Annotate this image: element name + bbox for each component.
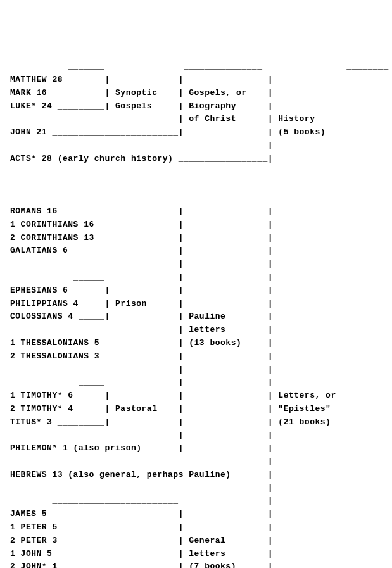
nt-structure-diagram: _______ _______________ ________ MATTHEW… — [10, 60, 382, 568]
